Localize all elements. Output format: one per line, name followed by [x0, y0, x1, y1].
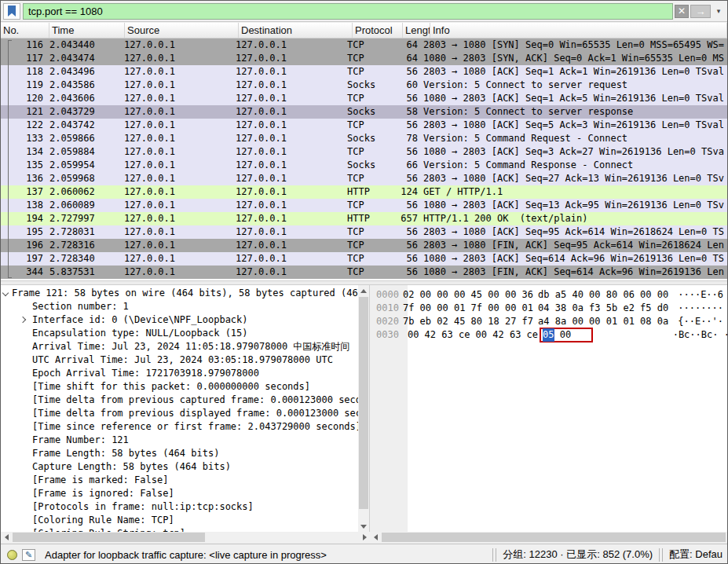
- scroll-right-arrow[interactable]: [359, 532, 370, 543]
- detail-line[interactable]: Encapsulation type: NULL/Loopback (15): [1, 327, 358, 340]
- packet-cell: 127.0.0.1: [122, 92, 233, 105]
- details-vertical-scrollbar[interactable]: [358, 285, 369, 532]
- column-header-destination[interactable]: Destination: [239, 23, 353, 38]
- packet-cell: TCP: [345, 239, 395, 252]
- profile-text[interactable]: 配置: Defau: [669, 548, 723, 562]
- packet-row[interactable]: 1222.043742127.0.0.1127.0.0.1TCP562803 →…: [1, 119, 727, 132]
- display-filter-input[interactable]: tcp.port == 1080: [23, 3, 673, 20]
- packet-row[interactable]: 1212.043729127.0.0.1127.0.0.1Socks58Vers…: [1, 105, 727, 119]
- packet-cell: 127.0.0.1: [233, 239, 345, 252]
- packet-row[interactable]: 1372.060062127.0.0.1127.0.0.1HTTP124GET …: [1, 185, 727, 199]
- clear-filter-button[interactable]: ✕: [675, 5, 689, 18]
- packet-cell: 127.0.0.1: [122, 212, 233, 225]
- wireshark-window: tcp.port == 1080 ✕ → ▾ No.TimeSourceDest…: [0, 0, 728, 564]
- packet-row[interactable]: 1342.059884127.0.0.1127.0.0.1TCP561080 →…: [1, 145, 727, 159]
- packet-cell: 2.728031: [46, 225, 122, 239]
- packet-cell: 127.0.0.1: [122, 145, 233, 159]
- hex-ascii: ····E··6 ··@·····: [678, 288, 727, 302]
- packet-cell: 127.0.0.1: [122, 266, 233, 279]
- bookmark-icon: [8, 5, 16, 16]
- details-hscroll-thumb[interactable]: [13, 533, 205, 542]
- hex-bytes: 04 38 0a f3 5b e2 f5 d0: [538, 302, 668, 315]
- packet-cell: 1080 → 2803 [ACK] Seq=614 Ack=96 Win=261…: [420, 252, 727, 266]
- scroll-up-arrow[interactable]: [358, 285, 369, 296]
- packet-row[interactable]: 1362.059968127.0.0.1127.0.0.1TCP562803 →…: [1, 172, 727, 185]
- detail-line[interactable]: Frame Length: 58 bytes (464 bits): [1, 447, 358, 460]
- arrow-right-icon: →: [696, 5, 706, 17]
- packet-row[interactable]: 1182.043496127.0.0.1127.0.0.1TCP562803 →…: [1, 65, 727, 79]
- packet-row[interactable]: 1972.728340127.0.0.1127.0.0.1TCP561080 →…: [1, 252, 727, 266]
- detail-line[interactable]: [Frame is ignored: False]: [1, 487, 358, 500]
- scroll-down-arrow[interactable]: [358, 521, 369, 532]
- packet-cell: 127.0.0.1: [233, 159, 345, 172]
- packet-row[interactable]: 1382.060089127.0.0.1127.0.0.1TCP561080 →…: [1, 199, 727, 212]
- scroll-left-arrow[interactable]: [370, 532, 381, 543]
- detail-line[interactable]: [Coloring Rule Name: TCP]: [1, 514, 358, 527]
- hex-row[interactable]: 003000 42 63 ce 00 42 63 ce05 00·Bc··Bc·…: [370, 328, 727, 342]
- detail-line[interactable]: [Time shift for this packet: 0.000000000…: [1, 380, 358, 394]
- hex-bytes: 00: [554, 328, 572, 342]
- packet-row[interactable]: 1952.728031127.0.0.1127.0.0.1TCP562803 →…: [1, 225, 727, 239]
- capture-status-icon[interactable]: [7, 550, 17, 560]
- conversation-indicator-line: [8, 40, 12, 278]
- selected-byte[interactable]: 05: [543, 328, 554, 342]
- detail-line[interactable]: Frame Number: 121: [1, 434, 358, 447]
- hex-row[interactable]: 00207b eb 02 45 80 18 27 f7a4 8a 00 00 0…: [370, 315, 727, 328]
- packet-row[interactable]: 1942.727997127.0.0.1127.0.0.1HTTP657HTTP…: [1, 212, 727, 225]
- column-header-length[interactable]: Length: [403, 23, 430, 38]
- details-horizontal-scrollbar[interactable]: [1, 532, 370, 543]
- column-header-no[interactable]: No.: [1, 23, 49, 38]
- column-header-protocol[interactable]: Protocol: [353, 23, 403, 38]
- detail-text: Section number: 1: [32, 301, 129, 312]
- packet-row[interactable]: 1172.043474127.0.0.1127.0.0.1TCP641080 →…: [1, 52, 727, 65]
- detail-line[interactable]: Interface id: 0 (\Device\NPF_Loopback): [1, 313, 358, 327]
- packet-row[interactable]: 1192.043586127.0.0.1127.0.0.1Socks60Vers…: [1, 79, 727, 92]
- scroll-left-arrow[interactable]: [1, 532, 12, 543]
- detail-line[interactable]: [Time delta from previous captured frame…: [1, 394, 358, 407]
- packet-row[interactable]: 1352.059954127.0.0.1127.0.0.1Socks66Vers…: [1, 159, 727, 172]
- detail-line[interactable]: [Protocols in frame: null:ip:tcp:socks]: [1, 500, 358, 514]
- packet-row[interactable]: 1162.043440127.0.0.1127.0.0.1TCP642803 →…: [1, 38, 727, 52]
- detail-line[interactable]: Epoch Arrival Time: 1721703918.979078000: [1, 367, 358, 380]
- packet-row[interactable]: 1962.728316127.0.0.1127.0.0.1TCP562803 →…: [1, 239, 727, 252]
- packet-row[interactable]: 3445.837531127.0.0.1127.0.0.1TCP561080 →…: [1, 266, 727, 279]
- hex-row[interactable]: 000002 00 00 00 45 00 00 36db a5 40 00 8…: [370, 288, 727, 302]
- packet-cell: 2.727997: [46, 212, 122, 225]
- hex-hscroll-thumb[interactable]: [382, 533, 726, 542]
- detail-line[interactable]: Arrival Time: Jul 23, 2024 11:05:18.9790…: [1, 340, 358, 353]
- packet-cell: 2.059968: [46, 172, 122, 185]
- detail-line[interactable]: [Frame is marked: False]: [1, 474, 358, 487]
- column-header-info[interactable]: Info: [430, 23, 727, 38]
- filter-dropdown-button[interactable]: ▾: [712, 5, 725, 18]
- filter-bookmark-button[interactable]: [3, 3, 20, 20]
- packet-cell: 127.0.0.1: [122, 199, 233, 212]
- packet-cell: 64: [395, 52, 420, 65]
- detail-line[interactable]: [Time since reference or first frame: 2.…: [1, 420, 358, 434]
- packet-row[interactable]: 1332.059866127.0.0.1127.0.0.1Socks78Vers…: [1, 132, 727, 145]
- detail-line[interactable]: [Time delta from previous displayed fram…: [1, 407, 358, 420]
- detail-text: Encapsulation type: NULL/Loopback (15): [32, 328, 248, 339]
- hex-offset: 0010: [370, 302, 399, 315]
- column-header-source[interactable]: Source: [125, 23, 239, 38]
- packet-cell: 2.728340: [46, 252, 122, 266]
- capture-info-text[interactable]: Adapter for loopback traffic capture: <l…: [45, 549, 327, 561]
- chevron-right-icon[interactable]: [20, 317, 26, 323]
- hex-row[interactable]: 00107f 00 00 01 7f 00 00 0104 38 0a f3 5…: [370, 302, 727, 315]
- hex-horizontal-scrollbar[interactable]: [370, 532, 727, 543]
- details-vscroll-thumb[interactable]: [359, 297, 368, 509]
- column-header-time[interactable]: Time: [49, 23, 125, 38]
- apply-filter-button[interactable]: →: [690, 5, 711, 18]
- chevron-down-icon[interactable]: [3, 291, 9, 296]
- packet-count-text: 分组: 12230 · 已显示: 852 (7.0%): [503, 548, 653, 562]
- packet-cell: 127.0.0.1: [233, 79, 345, 92]
- packet-cell: 56: [395, 225, 420, 239]
- detail-line[interactable]: Capture Length: 58 bytes (464 bits): [1, 460, 358, 474]
- detail-line[interactable]: UTC Arrival Time: Jul 23, 2024 03:05:18.…: [1, 353, 358, 367]
- capture-comment-icon[interactable]: ✎: [22, 549, 35, 561]
- packet-row[interactable]: 1202.043606127.0.0.1127.0.0.1TCP561080 →…: [1, 92, 727, 105]
- detail-line[interactable]: Section number: 1: [1, 300, 358, 313]
- packet-cell: 56: [395, 266, 420, 279]
- chevron-down-icon: ▾: [717, 7, 721, 15]
- packet-cell: HTTP: [345, 212, 395, 225]
- detail-line[interactable]: Frame 121: 58 bytes on wire (464 bits), …: [1, 287, 358, 300]
